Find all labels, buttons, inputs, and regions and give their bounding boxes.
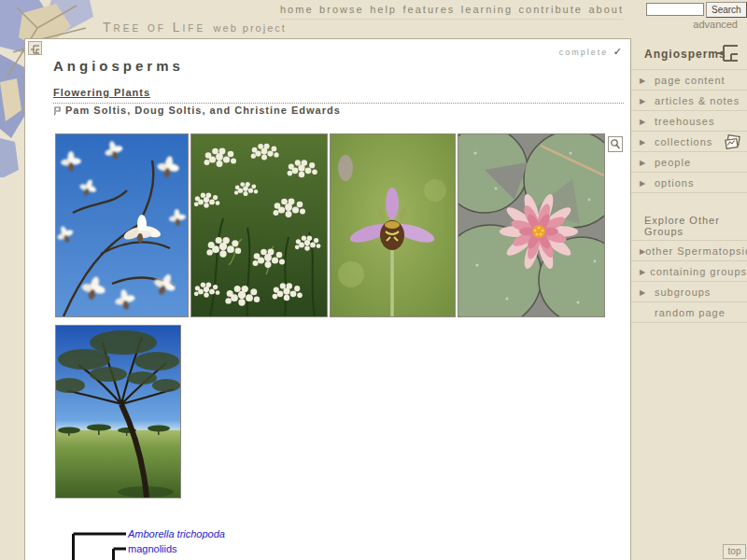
arrow-right-icon: ▶: [631, 97, 655, 105]
sidebar-item-people[interactable]: ▶ people: [631, 152, 747, 173]
arrow-right-icon: ▶: [631, 179, 655, 188]
nav-about[interactable]: about: [588, 4, 624, 15]
contributor-icon: [53, 105, 62, 116]
search-input[interactable]: [646, 3, 704, 16]
arrow-right-icon: ▶: [631, 268, 650, 276]
nav-home[interactable]: home: [280, 4, 314, 15]
page-title: Angiosperms: [53, 58, 184, 74]
author-line[interactable]: Pam Soltis, Doug Soltis, and Christine E…: [53, 105, 341, 116]
sidebar-item-containing-groups[interactable]: ▶ containing groups: [631, 261, 747, 282]
sidebar-item-subgroups[interactable]: ▶ subgroups: [631, 282, 747, 302]
tree-leaf-amborella[interactable]: Amborella trichopoda: [128, 528, 225, 539]
site-logo[interactable]: Tree of Life web project: [103, 19, 287, 35]
arrow-right-icon: ▶: [631, 159, 655, 167]
cladogram-icon[interactable]: [715, 43, 740, 63]
sidebar-item-page-content[interactable]: ▶ page content: [631, 70, 747, 91]
photo-yarrow[interactable]: [190, 133, 328, 317]
status-label: complete: [559, 48, 609, 57]
sidebar-item-treehouses[interactable]: ▶ treehouses: [631, 111, 747, 132]
magnifier-icon[interactable]: [608, 136, 623, 152]
sidebar-title: Angiosperms: [644, 48, 726, 61]
back-to-top-button[interactable]: top: [723, 544, 746, 559]
nav-features[interactable]: features: [403, 4, 456, 15]
nav-browse[interactable]: browse: [319, 4, 363, 15]
photo-water-lily[interactable]: [458, 133, 605, 317]
arrow-right-icon: ▶: [631, 118, 655, 126]
photo-magnolia[interactable]: [55, 133, 189, 317]
search-button[interactable]: Search: [706, 2, 747, 18]
image-strip: [55, 133, 605, 317]
explore-groups-header: Explore Other Groups: [644, 215, 747, 237]
sidebar-item-random-page[interactable]: ▶ random page: [631, 302, 747, 323]
nav-learning[interactable]: learning: [461, 4, 513, 15]
arrow-right-icon: ▶: [631, 138, 655, 147]
arrow-right-icon: ▶: [631, 247, 645, 256]
nav-contribute[interactable]: contribute: [519, 4, 583, 15]
photos-icon: [724, 134, 741, 150]
photo-bee-orchid[interactable]: [330, 133, 456, 317]
nav-help[interactable]: help: [370, 4, 397, 15]
arrow-right-icon: ▶: [631, 77, 655, 85]
tree-navigator-icon[interactable]: [28, 41, 42, 55]
check-icon: ✓: [613, 46, 622, 57]
page-subtitle: Flowering Plants: [53, 87, 150, 98]
page-status: complete ✓: [504, 42, 622, 59]
arrow-right-icon: ▶: [631, 288, 655, 297]
sidebar-item-articles-notes[interactable]: ▶ articles & notes: [631, 91, 747, 111]
sidebar-menu: ▶ page content ▶ articles & notes ▶ tree…: [631, 69, 747, 193]
site-logo-title: Tree of Life: [103, 20, 205, 35]
tree-of-life-page: Tree of Life web project home browse hel…: [0, 0, 747, 560]
tree-leaf-magnoliids[interactable]: magnoliids: [128, 543, 177, 554]
sidebar-item-options[interactable]: ▶ options: [631, 173, 747, 193]
sidebar-item-other-spermatopsida[interactable]: ▶ other Spermatopsida: [631, 241, 747, 261]
site-logo-subtitle: web project: [214, 22, 287, 34]
explore-menu: ▶ other Spermatopsida ▶ containing group…: [631, 240, 747, 323]
sidebar-item-collections[interactable]: ▶ collections: [631, 132, 747, 152]
author-names: Pam Soltis, Doug Soltis, and Christine E…: [65, 105, 341, 116]
photo-acacia[interactable]: [55, 325, 181, 498]
top-nav: home browse help features learning contr…: [280, 4, 624, 20]
sidebar-header: Angiosperms: [631, 37, 747, 68]
advanced-search-link[interactable]: advanced: [646, 19, 738, 30]
page-subtitle-rule: Flowering Plants: [53, 83, 624, 104]
